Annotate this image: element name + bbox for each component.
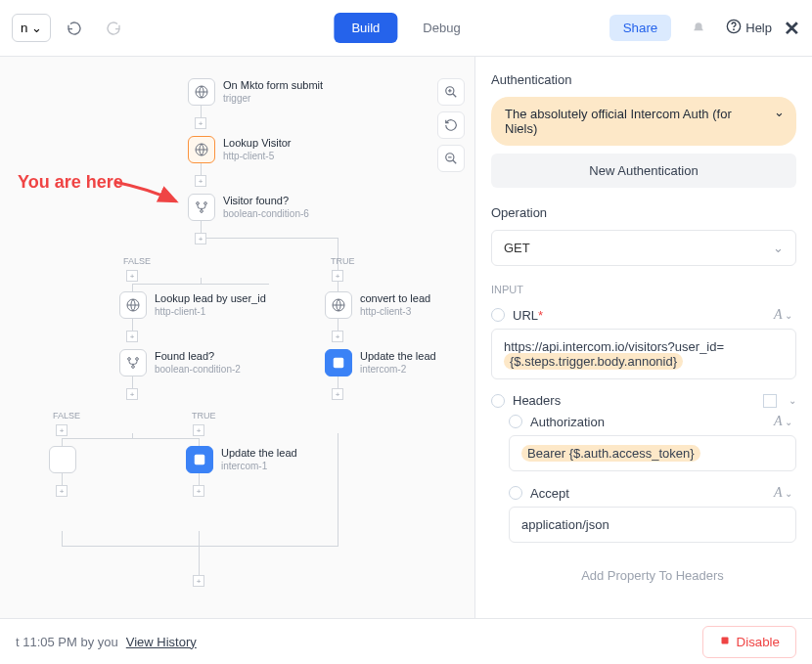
mode-tabs: Build Debug	[334, 13, 477, 43]
node-convert-lead[interactable]: convert to leadhttp-client-3	[325, 291, 430, 319]
bell-icon[interactable]	[683, 13, 714, 44]
share-button[interactable]: Share	[609, 15, 672, 41]
url-input[interactable]: https://api.intercom.io/visitors?user_id…	[491, 329, 796, 379]
property-panel: Authentication The absolutely official I…	[474, 57, 812, 618]
node-update-lead-1[interactable]: Update the leadintercom-2	[325, 349, 436, 376]
reset-view-button[interactable]	[437, 111, 465, 139]
add-node-button[interactable]: +	[332, 270, 343, 282]
topbar: n ⌄ Build Debug Share Help ✕	[0, 0, 812, 57]
node-empty[interactable]	[49, 446, 76, 473]
undo-button[interactable]	[59, 13, 90, 44]
footer: t 11:05 PM by you View History Disable	[0, 618, 812, 664]
workflow-dropdown[interactable]: n ⌄	[12, 14, 51, 42]
add-node-button[interactable]: +	[193, 575, 204, 587]
node-update-lead-2[interactable]: Update the leadintercom-1	[186, 446, 297, 473]
svg-point-12	[204, 202, 207, 205]
branch-label-true: TRUE	[192, 411, 216, 421]
svg-line-7	[453, 160, 457, 164]
svg-point-13	[201, 210, 203, 213]
accept-label: Accept	[530, 486, 766, 501]
svg-rect-20	[195, 455, 205, 465]
disable-label: Disable	[737, 635, 780, 649]
url-text: https://api.intercom.io/visitors?user_id…	[504, 339, 724, 354]
add-node-button[interactable]: +	[195, 233, 206, 244]
authorization-token: Bearer {$.auth.access_token}	[521, 445, 700, 462]
help-icon	[726, 19, 742, 37]
workflow-canvas[interactable]: You are here On Mkto form submittrigger …	[0, 57, 474, 618]
empty-node-icon	[49, 446, 76, 473]
globe-icon	[188, 78, 215, 106]
type-selector[interactable]: A	[774, 414, 796, 429]
url-token: {$.steps.trigger.body.annonid}	[504, 353, 683, 370]
help-link[interactable]: Help	[726, 19, 772, 37]
view-history-link[interactable]: View History	[126, 635, 197, 649]
radio-icon[interactable]	[509, 486, 522, 500]
input-section-label: INPUT	[491, 284, 796, 295]
branch-label-false: FALSE	[53, 411, 80, 421]
globe-icon	[325, 291, 352, 319]
zoom-out-button[interactable]	[437, 145, 465, 172]
operation-select[interactable]: GET	[491, 230, 796, 266]
url-property-row: URL* A	[491, 307, 796, 323]
svg-rect-19	[334, 358, 344, 369]
redo-button[interactable]	[98, 13, 129, 44]
add-node-button[interactable]: +	[56, 485, 68, 497]
node-lookup-lead[interactable]: Lookup lead by user_idhttp-client-1	[119, 291, 266, 319]
authorization-header-row: Authorization A	[509, 414, 796, 429]
branch-icon	[188, 194, 215, 221]
node-visitor-found[interactable]: Visitor found?boolean-condition-6	[188, 194, 309, 221]
canvas-controls	[437, 78, 465, 172]
add-node-button[interactable]: +	[56, 424, 68, 436]
node-lookup-visitor[interactable]: Lookup Visitorhttp-client-5	[188, 136, 292, 163]
help-label: Help	[745, 21, 772, 35]
add-node-button[interactable]: +	[126, 270, 138, 282]
intercom-icon	[325, 349, 352, 376]
disable-button[interactable]: Disable	[702, 626, 796, 658]
branch-label-false: FALSE	[123, 256, 151, 266]
chevron-down-icon[interactable]: ⌄	[789, 395, 796, 406]
topbar-right: Share Help ✕	[609, 13, 800, 44]
add-node-button[interactable]: +	[332, 331, 343, 342]
radio-icon[interactable]	[491, 394, 505, 408]
tab-debug[interactable]: Debug	[405, 13, 477, 43]
add-property-button[interactable]: Add Property To Headers	[509, 556, 796, 595]
intercom-icon	[186, 446, 213, 473]
headers-property-row: Headers ⌄	[491, 393, 796, 408]
authorization-input[interactable]: Bearer {$.auth.access_token}	[509, 435, 796, 471]
add-node-button[interactable]: +	[195, 175, 206, 187]
add-node-button[interactable]: +	[193, 485, 204, 497]
node-trigger[interactable]: On Mkto form submittrigger	[188, 78, 323, 106]
add-node-button[interactable]: +	[126, 331, 138, 342]
close-button[interactable]: ✕	[784, 17, 800, 40]
svg-point-17	[136, 358, 139, 361]
branch-icon	[119, 349, 147, 376]
add-node-button[interactable]: +	[332, 388, 343, 400]
add-node-button[interactable]: +	[126, 388, 138, 400]
globe-icon	[119, 291, 147, 319]
authorization-label: Authorization	[530, 415, 766, 429]
new-auth-button[interactable]: New Authentication	[491, 154, 796, 188]
tab-build[interactable]: Build	[334, 13, 397, 43]
add-node-button[interactable]: +	[195, 117, 206, 129]
radio-icon[interactable]	[491, 308, 505, 322]
zoom-in-button[interactable]	[437, 78, 465, 106]
chevron-down-icon: ⌄	[31, 21, 42, 35]
type-selector[interactable]: A	[774, 307, 796, 323]
footer-timestamp: t 11:05 PM by you	[16, 635, 118, 649]
operation-section-label: Operation	[491, 205, 796, 220]
annotation-arrow	[110, 174, 188, 213]
svg-rect-21	[721, 637, 728, 643]
main: You are here On Mkto form submittrigger …	[0, 57, 812, 618]
radio-icon[interactable]	[509, 415, 522, 428]
url-label: URL*	[513, 308, 766, 323]
headers-label: Headers	[513, 393, 755, 408]
type-selector[interactable]: A	[774, 485, 796, 501]
add-node-button[interactable]: +	[193, 424, 204, 436]
workflow-dropdown-text: n	[21, 21, 27, 35]
grid-icon[interactable]	[763, 394, 777, 408]
svg-point-18	[132, 366, 135, 369]
node-found-lead[interactable]: Found lead?boolean-condition-2	[119, 349, 241, 376]
globe-icon	[188, 136, 215, 163]
accept-input[interactable]: application/json	[509, 507, 796, 543]
auth-select[interactable]: The absolutely official Intercom Auth (f…	[491, 97, 796, 146]
